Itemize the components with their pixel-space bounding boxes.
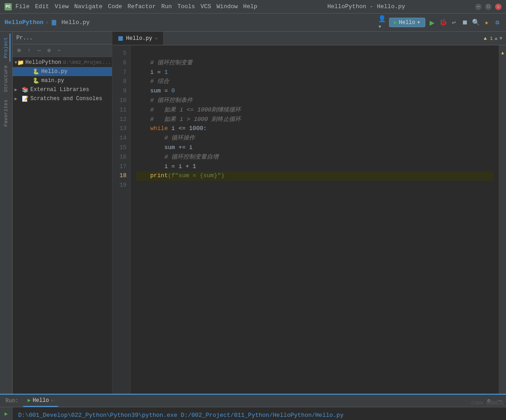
menu-view[interactable]: View [54, 3, 68, 10]
code-line-9: sum = 0 [136, 87, 493, 96]
menu-window[interactable]: Window [217, 3, 238, 10]
debug-button[interactable]: 🐞 [439, 19, 447, 27]
tree-file-main[interactable]: 🐍 main.py [13, 76, 112, 85]
line-num-13: 13 [112, 124, 126, 134]
line-num-8: 8 [112, 77, 126, 87]
breadcrumb-project[interactable]: HelloPython [5, 19, 44, 26]
run-tab-close[interactable]: ✕ [51, 398, 54, 403]
code-line-11: # 如果 i <= 1000则继续循环 [136, 106, 493, 115]
menu-run[interactable]: Run [161, 3, 172, 10]
code-line-10: # 循环控制条件 [136, 96, 493, 106]
editor-tabs: Hello.py ✕ ▲ 1 ▲ ▼ [112, 32, 506, 45]
menu-vcs[interactable]: VCS [200, 3, 211, 10]
project-panel: Pr... ⊞ ↑ ↔ ⚙ − ▼ 📁 HelloPython D:\002_P… [13, 32, 112, 394]
panel-header: Pr... [13, 32, 112, 44]
editor-right-gutter: ▲ [499, 45, 506, 394]
tree-scratches[interactable]: ▶ 📝 Scratches and Consoles [13, 94, 112, 103]
tree-main-label: main.py [41, 77, 64, 84]
menu-edit[interactable]: Edit [35, 3, 49, 10]
tree-arrow-scratch: ▶ [15, 96, 21, 101]
line-num-14: 14 [112, 134, 126, 143]
tab-label: Hello.py [126, 35, 152, 42]
menu-navigate[interactable]: Navigate [74, 3, 102, 10]
code-line-18: print(f"sum = {sum}") [136, 171, 493, 181]
minimize-button[interactable]: — [475, 4, 482, 10]
line-num-5: 5 [112, 49, 126, 58]
tree-file-hello[interactable]: 🐍 Hello.py [13, 67, 112, 76]
editor-area: Hello.py ✕ ▲ 1 ▲ ▼ 5 6 7 8 9 10 11 12 13 [112, 32, 506, 394]
maximize-button[interactable]: □ [485, 4, 491, 10]
code-line-14: # 循环操作 [136, 134, 493, 143]
code-line-19 [136, 181, 493, 190]
window-title: HelloPython - Hello.py [258, 3, 475, 10]
expand-all-button[interactable]: ↑ [24, 46, 34, 55]
main-area: Project Structure Favorites Pr... ⊞ ↑ ↔ … [0, 32, 506, 394]
tab-close-button[interactable]: ✕ [155, 36, 158, 41]
run-tabs: Run: ▶ Hello ✕ ⚙ − [0, 395, 506, 407]
project-tree: ▼ 📁 HelloPython D:\002_Projec... 🐍 Hello… [13, 57, 112, 394]
scroll-from-source-button[interactable]: ↔ [34, 46, 44, 55]
warning-count: ▲ 1 [484, 36, 493, 41]
coverage-button[interactable]: ↩ [450, 19, 458, 27]
tree-root-folder[interactable]: ▼ 📁 HelloPython D:\002_Projec... [13, 58, 112, 67]
bottom-content: ▶ ↑ ⏹ ↺ ≡ ⊞ 🖨 🗑 D:\001_Develop\022_Pytho… [0, 407, 506, 420]
run-play-button[interactable]: ▶ [2, 409, 11, 418]
python-main-icon: 🐍 [32, 77, 40, 84]
run-config-dropdown[interactable]: ▶ Hello ▾ [389, 18, 425, 27]
tree-external-label: External Libraries [30, 87, 89, 93]
tree-external-libs[interactable]: ▶ 📚 External Libraries [13, 85, 112, 94]
collapse-all-button[interactable]: ⊞ [15, 46, 24, 55]
sidebar-tab-project[interactable]: Project [2, 34, 10, 62]
stop-button[interactable]: ⏹ [461, 19, 469, 27]
line-num-19: 19 [112, 181, 126, 190]
code-line-16: # 循环控制变量自增 [136, 153, 493, 162]
tree-project-path: D:\002_Projec... [63, 60, 111, 65]
breadcrumb-file[interactable]: Hello.py [51, 19, 90, 26]
nav-down[interactable]: ▼ [499, 36, 502, 41]
breadcrumb-separator: › [45, 19, 49, 26]
line-num-10: 10 [112, 96, 126, 106]
tree-scratches-label: Scratches and Consoles [30, 96, 102, 102]
code-line-5 [136, 49, 493, 58]
title-bar: PC File Edit View Navigate Code Refactor… [0, 0, 506, 14]
toolbar: HelloPython › Hello.py 👤▾ ▶ Hello ▾ ▶ 🐞 … [0, 14, 506, 32]
code-line-7: i = 1 [136, 68, 493, 77]
run-sidebar: ▶ ↑ ⏹ ↺ ≡ ⊞ 🖨 🗑 [0, 407, 13, 420]
menu-refactor[interactable]: Refactor [127, 3, 156, 10]
code-line-6: # 循环控制变量 [136, 58, 493, 68]
settings-button[interactable]: ⚙ [493, 19, 501, 27]
breadcrumb: HelloPython › Hello.py [5, 19, 90, 26]
run-button[interactable]: ▶ [428, 19, 436, 27]
panel-toolbar: ⊞ ↑ ↔ ⚙ − [13, 44, 112, 57]
settings-panel-button[interactable]: ⚙ [44, 46, 54, 55]
svg-rect-1 [118, 36, 123, 41]
search-button[interactable]: 🔍 [472, 19, 480, 27]
toolbar-right: 👤▾ ▶ Hello ▾ ▶ 🐞 ↩ ⏹ 🔍 ★ ⚙ [378, 18, 501, 27]
bottom-panel: Run: ▶ Hello ✕ ⚙ − ▶ ↑ ⏹ ↺ ≡ ⊞ 🖨 🗑 D:\00… [0, 394, 506, 420]
sidebar-tab-favorites[interactable]: Favorites [2, 96, 10, 130]
line-num-16: 16 [112, 153, 126, 162]
scratch-icon: 📝 [21, 95, 29, 102]
menu-file[interactable]: File [15, 3, 29, 10]
menu-code[interactable]: Code [108, 3, 122, 10]
bookmark-button[interactable]: ★ [482, 19, 491, 27]
console-output: D:\001_Develop\022_Python\Python39\pytho… [13, 407, 506, 420]
menu-bar: File Edit View Navigate Code Refactor Ru… [15, 3, 258, 10]
run-tab-hello[interactable]: ▶ Hello ✕ [23, 395, 58, 407]
run-tab-name: Hello [33, 397, 49, 404]
code-line-15: sum += i [136, 143, 493, 153]
editor-tab-hello[interactable]: Hello.py ✕ [112, 32, 164, 45]
code-editor[interactable]: # 循环控制变量 i = 1 # 综合 sum = 0 # 循环控制条件 # 如… [131, 45, 499, 394]
tree-arrow-ext: ▶ [15, 87, 21, 92]
close-button[interactable]: ✕ [495, 4, 501, 10]
app-icon: PC [5, 3, 12, 10]
close-panel-button[interactable]: − [54, 46, 63, 55]
line-num-6: 6 [112, 58, 126, 68]
user-icon[interactable]: 👤▾ [378, 19, 386, 27]
menu-tools[interactable]: Tools [177, 3, 195, 10]
nav-up[interactable]: ▲ [495, 36, 498, 41]
sidebar-tab-structure[interactable]: Structure [2, 62, 10, 96]
menu-help[interactable]: Help [243, 3, 257, 10]
code-line-8: # 综合 [136, 77, 493, 87]
tree-hello-label: Hello.py [41, 68, 68, 75]
